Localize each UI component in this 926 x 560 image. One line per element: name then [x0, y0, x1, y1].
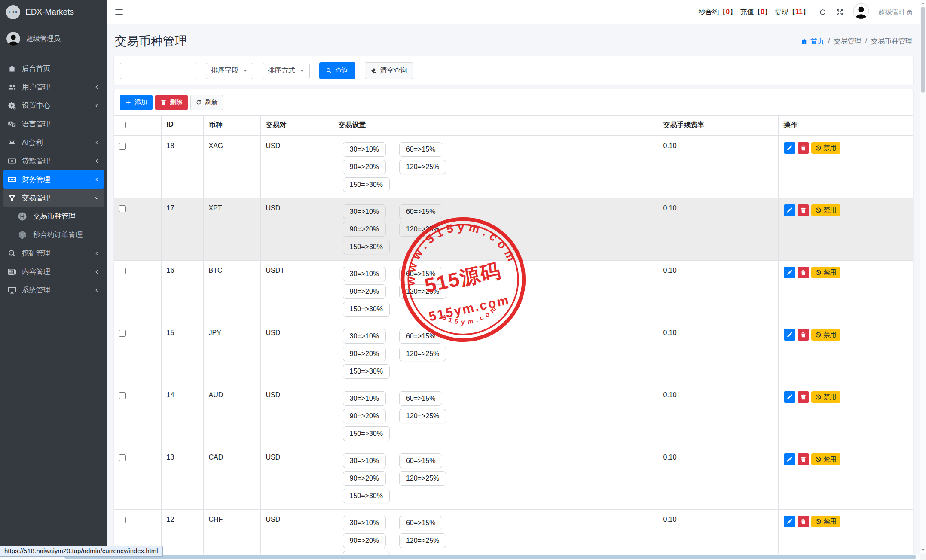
cell-actions: 禁用 [778, 323, 913, 385]
edit-button[interactable] [784, 516, 795, 527]
breadcrumb-item[interactable]: 交易管理 [834, 37, 862, 46]
sidebar-item-finance[interactable]: 财务管理 [3, 170, 104, 189]
scroll-up-arrow-icon[interactable]: ▲ [920, 0, 926, 6]
setting-pill[interactable]: 150=>30% [343, 302, 390, 317]
sidebar-item-trade-currency[interactable]: 交易币种管理 [3, 207, 104, 225]
setting-pill[interactable]: 90=>20% [343, 409, 386, 423]
setting-pill[interactable]: 30=>10% [343, 204, 386, 219]
setting-pill[interactable]: 60=>15% [399, 329, 443, 344]
avatar[interactable] [853, 3, 869, 21]
edit-button[interactable] [784, 142, 795, 154]
sidebar-item-ai-arbitrage[interactable]: AI套利 [3, 133, 104, 152]
sidebar-item-users[interactable]: 用户管理 [3, 78, 104, 96]
delete-button[interactable] [798, 329, 809, 341]
refresh-icon[interactable] [819, 8, 827, 16]
setting-pill[interactable]: 150=>30% [343, 426, 390, 441]
delete-button[interactable] [798, 391, 809, 403]
setting-pill[interactable]: 30=>10% [343, 329, 386, 344]
disable-button[interactable]: 禁用 [811, 267, 840, 278]
delete-button[interactable] [798, 142, 809, 154]
setting-pill[interactable]: 60=>15% [399, 453, 443, 468]
row-checkbox[interactable] [119, 205, 126, 212]
sort-order-select[interactable]: 排序方式 [263, 63, 310, 79]
setting-pill[interactable]: 150=>30% [343, 489, 390, 503]
setting-pill[interactable]: 90=>20% [343, 471, 386, 486]
refresh-button[interactable]: 刷新 [190, 95, 223, 110]
setting-pill[interactable]: 90=>20% [343, 347, 386, 361]
disable-button[interactable]: 禁用 [811, 142, 840, 154]
setting-pill[interactable]: 150=>30% [343, 364, 390, 379]
sidebar-item-mining[interactable]: 挖矿管理 [3, 244, 104, 262]
sidebar-item-loans[interactable]: 贷款管理 [3, 152, 104, 170]
vertical-scrollbar-thumb[interactable] [921, 7, 925, 93]
row-checkbox[interactable] [119, 268, 126, 274]
horizontal-scrollbar-thumb[interactable] [64, 555, 916, 559]
setting-pill[interactable]: 90=>20% [343, 222, 386, 237]
setting-pill[interactable]: 30=>10% [343, 516, 386, 530]
setting-pill[interactable]: 60=>15% [399, 142, 443, 157]
disable-button[interactable]: 禁用 [811, 453, 840, 465]
setting-pill[interactable]: 30=>10% [343, 142, 386, 157]
row-checkbox[interactable] [119, 330, 126, 337]
setting-pill[interactable]: 30=>10% [343, 267, 386, 281]
search-input[interactable] [120, 63, 196, 79]
setting-pill[interactable]: 120=>25% [399, 409, 446, 423]
setting-pill[interactable]: 90=>20% [343, 284, 386, 299]
setting-pill[interactable]: 120=>25% [399, 471, 446, 486]
disable-button[interactable]: 禁用 [811, 516, 840, 527]
setting-pill[interactable]: 60=>15% [399, 516, 443, 530]
disable-button[interactable]: 禁用 [811, 204, 840, 216]
row-checkbox[interactable] [119, 143, 126, 150]
edit-button[interactable] [784, 391, 795, 403]
select-all-checkbox[interactable] [119, 122, 126, 128]
vertical-scrollbar[interactable]: ▲ ▼ [920, 0, 926, 554]
add-button[interactable]: 添加 [120, 95, 153, 110]
setting-pill[interactable]: 60=>15% [399, 391, 443, 406]
delete-button[interactable] [798, 267, 809, 278]
setting-pill[interactable]: 120=>25% [399, 533, 446, 548]
edit-button[interactable] [784, 453, 795, 465]
row-checkbox-cell [114, 447, 161, 510]
edit-button[interactable] [784, 267, 795, 278]
setting-pill[interactable]: 90=>20% [343, 533, 386, 548]
setting-pill[interactable]: 120=>25% [399, 347, 446, 361]
scroll-down-arrow-icon[interactable]: ▼ [920, 547, 926, 553]
sidebar-item-dashboard[interactable]: 后台首页 [3, 59, 104, 78]
clear-query-button[interactable]: 清空查询 [365, 62, 413, 79]
setting-pill[interactable]: 120=>25% [399, 222, 446, 237]
breadcrumb-home[interactable]: 首页 [801, 37, 824, 46]
brand[interactable]: EDX EDX-Markets [0, 0, 107, 24]
setting-pill[interactable]: 150=>30% [343, 240, 390, 254]
sidebar-item-system[interactable]: 系统管理 [3, 281, 104, 299]
setting-pill[interactable]: 150=>30% [343, 177, 390, 192]
fullscreen-icon[interactable] [836, 8, 844, 16]
sidebar-user-panel[interactable]: 超级管理员 [0, 24, 107, 53]
sidebar-item-seconds-orders[interactable]: 秒合约订单管理 [3, 225, 104, 244]
sidebar-item-settings[interactable]: 设置中心 [3, 96, 104, 115]
edit-button[interactable] [784, 204, 795, 216]
setting-pill[interactable]: 120=>25% [399, 160, 446, 174]
hamburger-icon[interactable] [114, 7, 124, 17]
setting-pill[interactable]: 120=>25% [399, 284, 446, 299]
sidebar-item-language[interactable]: 语言管理 [3, 115, 104, 133]
row-checkbox[interactable] [119, 392, 126, 399]
edit-button[interactable] [784, 329, 795, 341]
delete-button[interactable] [798, 453, 809, 465]
delete-button[interactable] [798, 516, 809, 527]
sidebar-item-content[interactable]: 内容管理 [3, 262, 104, 281]
setting-pill[interactable]: 30=>10% [343, 453, 386, 468]
sidebar-item-trade[interactable]: 交易管理 [3, 189, 104, 207]
sort-field-select[interactable]: 排序字段 [206, 63, 253, 79]
setting-pill[interactable]: 30=>10% [343, 391, 386, 406]
ban-icon [815, 332, 822, 338]
disable-button[interactable]: 禁用 [811, 391, 840, 403]
delete-button[interactable] [798, 204, 809, 216]
disable-button[interactable]: 禁用 [811, 329, 840, 341]
query-button[interactable]: 查询 [319, 62, 355, 79]
delete-selected-button[interactable]: 删除 [155, 95, 188, 110]
setting-pill[interactable]: 60=>15% [399, 204, 443, 219]
setting-pill[interactable]: 90=>20% [343, 160, 386, 174]
row-checkbox[interactable] [119, 454, 126, 461]
setting-pill[interactable]: 60=>15% [399, 267, 443, 281]
row-checkbox[interactable] [119, 517, 126, 523]
